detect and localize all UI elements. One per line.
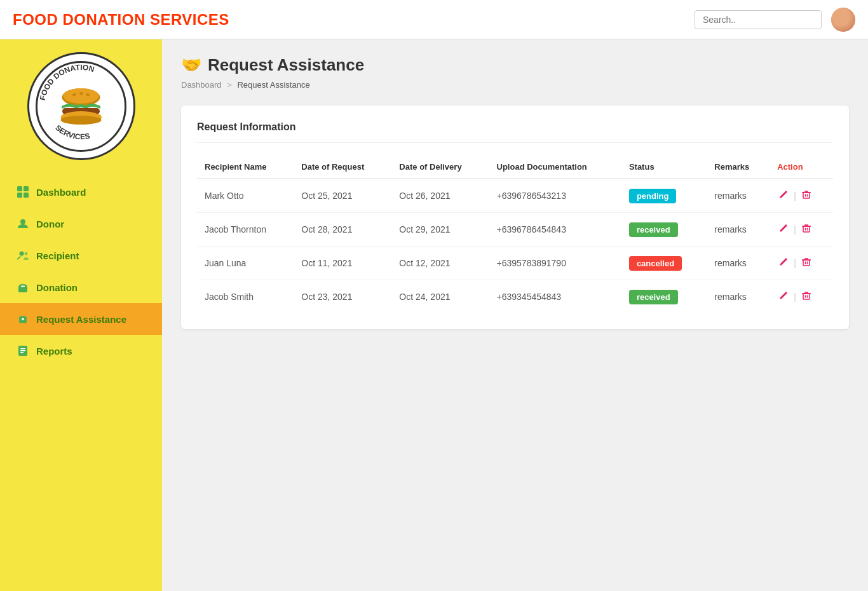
cell-date-delivery: Oct 12, 2021 xyxy=(391,247,489,280)
search-input[interactable] xyxy=(695,10,822,29)
table-body: Mark Otto Oct 25, 2021 Oct 26, 2021 +639… xyxy=(197,179,833,313)
svg-point-5 xyxy=(79,92,83,95)
cell-status: received xyxy=(621,213,707,247)
table-row: Juan Luna Oct 11, 2021 Oct 12, 2021 +639… xyxy=(197,247,833,280)
cell-action: | xyxy=(770,280,833,314)
cell-date-request: Oct 28, 2021 xyxy=(294,213,391,247)
app-title: FOOD DONATION SERVICES xyxy=(13,11,229,29)
cell-action: | xyxy=(770,213,833,247)
cell-date-request: Oct 11, 2021 xyxy=(294,247,391,280)
sidebar-item-label: Reports xyxy=(36,346,72,357)
page-title: Request Assistance xyxy=(208,55,364,75)
sidebar-item-label: Donation xyxy=(36,282,78,293)
request-icon xyxy=(16,312,30,326)
cell-remarks: remarks xyxy=(707,247,770,280)
sidebar-item-request-assistance[interactable]: Request Assistance xyxy=(0,303,162,335)
delete-button[interactable] xyxy=(800,255,813,271)
action-separator: | xyxy=(794,258,796,268)
header: FOOD DONATION SERVICES xyxy=(0,0,868,39)
breadcrumb-separator: > xyxy=(227,80,232,90)
recipient-icon xyxy=(16,248,30,262)
svg-point-16 xyxy=(20,252,24,256)
sidebar-item-reports[interactable]: Reports xyxy=(0,335,162,367)
col-action: Action xyxy=(770,156,833,179)
table-header: Recipient Name Date of Request Date of D… xyxy=(197,156,833,179)
status-badge: cancelled xyxy=(629,256,682,271)
sidebar-item-label: Dashboard xyxy=(36,187,86,198)
request-table: Recipient Name Date of Request Date of D… xyxy=(197,156,833,313)
sidebar-item-recipient[interactable]: Recipient xyxy=(0,240,162,271)
edit-button[interactable] xyxy=(777,188,790,203)
col-date-delivery: Date of Delivery xyxy=(391,156,489,179)
svg-rect-24 xyxy=(803,260,810,266)
sidebar: FOOD DONATION xyxy=(0,39,162,591)
col-upload-doc: Upload Documentation xyxy=(489,156,621,179)
sidebar-item-label: Donor xyxy=(36,219,64,229)
sidebar-item-donation[interactable]: Donation xyxy=(0,271,162,303)
svg-point-15 xyxy=(20,219,25,224)
cell-action: | xyxy=(770,247,833,280)
cell-date-request: Oct 25, 2021 xyxy=(294,179,391,213)
svg-rect-14 xyxy=(24,193,29,198)
page-header: 🤝 Request Assistance xyxy=(181,55,849,75)
cell-upload-doc: +6395783891790 xyxy=(489,247,621,280)
nav-menu: Dashboard Donor xyxy=(0,176,162,367)
reports-icon xyxy=(16,344,30,358)
donor-icon xyxy=(16,217,30,231)
svg-rect-11 xyxy=(17,186,22,191)
cell-recipient-name: Juan Luna xyxy=(197,247,294,280)
svg-rect-20 xyxy=(20,350,25,351)
status-badge: received xyxy=(629,290,678,304)
svg-rect-22 xyxy=(803,193,810,198)
logo-svg: FOOD DONATION xyxy=(35,60,127,153)
breadcrumb-current: Request Assistance xyxy=(237,80,309,90)
cell-status: received xyxy=(621,280,707,314)
sidebar-item-label: Recipient xyxy=(36,250,79,261)
edit-button[interactable] xyxy=(777,255,790,271)
svg-rect-19 xyxy=(20,348,25,350)
delete-button[interactable] xyxy=(800,188,813,203)
status-badge: pending xyxy=(629,189,677,203)
svg-point-17 xyxy=(25,252,28,255)
col-date-request: Date of Request xyxy=(294,156,391,179)
header-right xyxy=(695,8,855,32)
col-recipient-name: Recipient Name xyxy=(197,156,294,179)
svg-rect-12 xyxy=(24,186,29,191)
table-row: Mark Otto Oct 25, 2021 Oct 26, 2021 +639… xyxy=(197,179,833,213)
cell-upload-doc: +639345454843 xyxy=(489,280,621,314)
donation-icon xyxy=(16,280,30,294)
cell-recipient-name: Jacob Thornton xyxy=(197,213,294,247)
delete-button[interactable] xyxy=(800,289,813,304)
cell-remarks: remarks xyxy=(707,280,770,314)
layout: FOOD DONATION xyxy=(0,39,868,591)
delete-button[interactable] xyxy=(800,222,813,237)
cell-date-delivery: Oct 29, 2021 xyxy=(391,213,489,247)
dashboard-icon xyxy=(16,185,30,199)
sidebar-item-dashboard[interactable]: Dashboard xyxy=(0,176,162,208)
breadcrumb-parent: Dashboard xyxy=(181,80,222,90)
col-status: Status xyxy=(621,156,707,179)
edit-button[interactable] xyxy=(777,222,790,237)
main-content: 🤝 Request Assistance Dashboard > Request… xyxy=(162,39,868,591)
sidebar-item-label: Request Assistance xyxy=(36,314,126,325)
cell-status: cancelled xyxy=(621,247,707,280)
hand-icon: 🤝 xyxy=(181,55,201,75)
action-separator: | xyxy=(794,191,796,201)
cell-remarks: remarks xyxy=(707,213,770,247)
cell-upload-doc: +6396786454843 xyxy=(489,213,621,247)
col-remarks: Remarks xyxy=(707,156,770,179)
table-row: Jacob Smith Oct 23, 2021 Oct 24, 2021 +6… xyxy=(197,280,833,314)
svg-rect-13 xyxy=(17,193,22,198)
table-row: Jacob Thornton Oct 28, 2021 Oct 29, 2021… xyxy=(197,213,833,247)
sidebar-item-donor[interactable]: Donor xyxy=(0,208,162,240)
cell-status: pending xyxy=(621,179,707,213)
svg-rect-25 xyxy=(803,294,810,299)
cell-action: | xyxy=(770,179,833,213)
edit-button[interactable] xyxy=(777,289,790,304)
logo-container: FOOD DONATION xyxy=(27,52,135,160)
breadcrumb: Dashboard > Request Assistance xyxy=(181,80,849,90)
svg-point-9 xyxy=(61,116,102,125)
avatar[interactable] xyxy=(831,8,855,32)
cell-recipient-name: Jacob Smith xyxy=(197,280,294,314)
cell-upload-doc: +6396786543213 xyxy=(489,179,621,213)
